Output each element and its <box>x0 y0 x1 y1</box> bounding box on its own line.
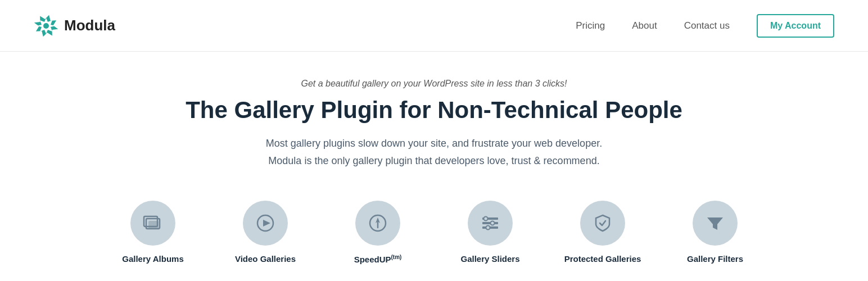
svg-point-2 <box>43 23 49 29</box>
nav-pricing[interactable]: Pricing <box>576 20 605 31</box>
svg-marker-7 <box>263 220 270 226</box>
protected-icon <box>593 213 613 233</box>
svg-point-16 <box>486 226 490 230</box>
sliders-icon <box>480 213 500 233</box>
logo-link[interactable]: Modula <box>34 13 115 38</box>
nav-links: Pricing About Contact us My Account <box>576 14 834 38</box>
feature-video-galleries: Video Galleries <box>226 201 305 265</box>
feature-gallery-albums: Gallery Albums <box>114 201 192 265</box>
nav-contact[interactable]: Contact us <box>684 20 730 31</box>
navbar: Modula Pricing About Contact us My Accou… <box>0 0 868 52</box>
protected-galleries-label: Protected Galleries <box>564 253 641 265</box>
speed-icon <box>368 213 388 233</box>
feature-gallery-filters: Gallery Filters <box>676 201 754 265</box>
feature-protected-galleries: Protected Galleries <box>563 201 642 265</box>
speedup-icon-circle <box>355 201 400 246</box>
hero-title: The Gallery Plugin for Non-Technical Peo… <box>34 97 834 124</box>
hero-desc-line2: Modula is the only gallery plugin that d… <box>268 155 599 166</box>
nav-about[interactable]: About <box>632 20 657 31</box>
video-galleries-icon-circle <box>243 201 288 246</box>
protected-galleries-icon-circle <box>580 201 625 246</box>
hero-desc-line1: Most gallery plugins slow down your site… <box>266 138 602 149</box>
svg-rect-5 <box>148 221 159 229</box>
svg-point-14 <box>484 217 488 221</box>
albums-icon <box>143 213 163 233</box>
svg-point-15 <box>491 221 495 225</box>
logo-text: Modula <box>64 17 115 34</box>
gallery-filters-label: Gallery Filters <box>687 253 743 265</box>
speedup-label: SpeedUP(tm) <box>354 253 402 265</box>
video-icon <box>255 213 275 233</box>
feature-speedup: SpeedUP(tm) <box>338 201 417 265</box>
gallery-sliders-icon-circle <box>468 201 513 246</box>
feature-gallery-sliders: Gallery Sliders <box>451 201 530 265</box>
speedup-superscript: (tm) <box>391 254 401 260</box>
gallery-albums-label: Gallery Albums <box>122 253 183 265</box>
gallery-albums-icon-circle <box>130 201 175 246</box>
hero-description: Most gallery plugins slow down your site… <box>215 135 653 169</box>
video-galleries-label: Video Galleries <box>235 253 296 265</box>
logo-icon <box>34 13 58 38</box>
filters-icon <box>705 213 725 233</box>
gallery-filters-icon-circle <box>693 201 738 246</box>
my-account-button[interactable]: My Account <box>757 14 834 38</box>
svg-marker-17 <box>707 217 723 230</box>
hero-section: Get a beautiful gallery on your WordPres… <box>0 52 868 180</box>
features-row: Gallery Albums Video Galleries SpeedUP(t… <box>0 180 868 277</box>
gallery-sliders-label: Gallery Sliders <box>460 253 519 265</box>
hero-tagline: Get a beautiful gallery on your WordPres… <box>34 79 834 89</box>
